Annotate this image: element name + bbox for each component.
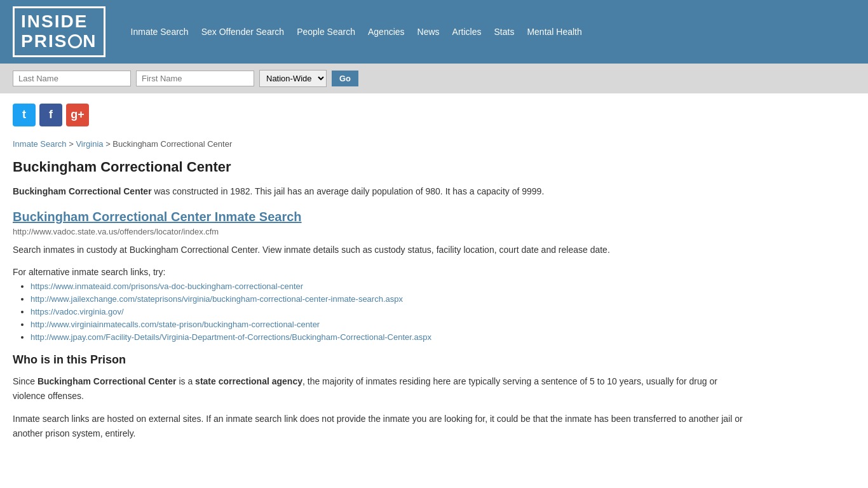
facebook-button[interactable]: f: [39, 104, 62, 126]
breadcrumb-current: Buckingham Correctional Center: [112, 139, 232, 149]
logo[interactable]: INSIDE PRISN: [13, 6, 105, 57]
breadcrumb: Inmate Search > Virginia > Buckingham Co…: [13, 139, 750, 149]
nav-item-news[interactable]: News: [411, 24, 446, 39]
header: INSIDE PRISN Inmate SearchSex Offender S…: [0, 0, 868, 64]
search-bar: Nation-WideVirginiaAlabamaAlaskaArizonaA…: [0, 64, 868, 93]
alt-links-list: https://www.inmateaid.com/prisons/va-doc…: [31, 281, 750, 342]
last-name-input[interactable]: [13, 71, 131, 86]
who-pre: Since: [13, 376, 37, 386]
list-item: http://www.jailexchange.com/stateprisons…: [31, 294, 750, 304]
page-title: Buckingham Correctional Center: [13, 159, 750, 175]
inmate-search-url: http://www.vadoc.state.va.us/offenders/l…: [13, 227, 750, 236]
alt-link[interactable]: http://www.jpay.com/Facility-Details/Vir…: [31, 332, 431, 342]
list-item: http://www.virginiainmatecalls.com/state…: [31, 319, 750, 329]
logo-o-circle: [68, 34, 82, 48]
facility-description: Buckingham Correctional Center was const…: [13, 184, 750, 198]
nav-item-agencies[interactable]: Agencies: [362, 24, 411, 39]
alt-link[interactable]: http://www.jailexchange.com/stateprisons…: [31, 294, 403, 304]
description-text: was constructed in 1982. This jail has a…: [152, 186, 545, 196]
breadcrumb-virginia[interactable]: Virginia: [76, 139, 103, 149]
scope-select[interactable]: Nation-WideVirginiaAlabamaAlaskaArizonaA…: [259, 70, 327, 87]
go-button[interactable]: Go: [332, 71, 358, 86]
alt-links-intro: For alternative inmate search links, try…: [13, 267, 750, 277]
breadcrumb-inmate-search[interactable]: Inmate Search: [13, 139, 67, 149]
logo-prison-post: N: [83, 32, 97, 51]
who-agency-bold: state correctional agency: [195, 376, 302, 386]
inmate-search-description: Search inmates in custody at Buckingham …: [13, 243, 750, 257]
breadcrumb-sep2: >: [105, 139, 112, 149]
social-icons: t f g+: [0, 93, 868, 133]
logo-inside-text: INSIDE: [21, 12, 97, 32]
twitter-button[interactable]: t: [13, 104, 36, 126]
nav-item-articles[interactable]: Articles: [446, 24, 488, 39]
inmate-search-heading: Buckingham Correctional Center Inmate Se…: [13, 210, 750, 224]
nav-item-mental-health[interactable]: Mental Health: [520, 24, 588, 39]
who-mid: is a: [177, 376, 196, 386]
main-nav: Inmate SearchSex Offender SearchPeople S…: [125, 24, 588, 39]
nav-item-sex-offender-search[interactable]: Sex Offender Search: [195, 24, 290, 39]
who-facility-bold: Buckingham Correctional Center: [37, 376, 177, 386]
logo-prison-text: PRISN: [21, 32, 97, 51]
who-text-1: Since Buckingham Correctional Center is …: [13, 374, 750, 403]
first-name-input[interactable]: [136, 71, 254, 86]
alt-link[interactable]: https://vadoc.virginia.gov/: [31, 307, 124, 316]
who-section-title: Who is in this Prison: [13, 353, 750, 367]
nav-item-stats[interactable]: Stats: [488, 24, 521, 39]
nav-item-inmate-search[interactable]: Inmate Search: [125, 24, 195, 39]
alt-link[interactable]: https://www.inmateaid.com/prisons/va-doc…: [31, 281, 303, 291]
breadcrumb-sep1: >: [69, 139, 76, 149]
alt-link[interactable]: http://www.virginiainmatecalls.com/state…: [31, 320, 320, 329]
list-item: http://www.jpay.com/Facility-Details/Vir…: [31, 332, 750, 342]
list-item: https://vadoc.virginia.gov/: [31, 306, 750, 316]
nav-item-people-search[interactable]: People Search: [290, 24, 362, 39]
inmate-search-link[interactable]: Buckingham Correctional Center Inmate Se…: [13, 210, 302, 224]
list-item: https://www.inmateaid.com/prisons/va-doc…: [31, 281, 750, 291]
facility-name-bold: Buckingham Correctional Center: [13, 186, 152, 196]
main-content: Inmate Search > Virginia > Buckingham Co…: [0, 133, 763, 468]
google-plus-button[interactable]: g+: [66, 104, 89, 126]
logo-prison-pre: PRIS: [21, 32, 67, 51]
who-text-2: Inmate search links are hosted on extern…: [13, 412, 750, 440]
